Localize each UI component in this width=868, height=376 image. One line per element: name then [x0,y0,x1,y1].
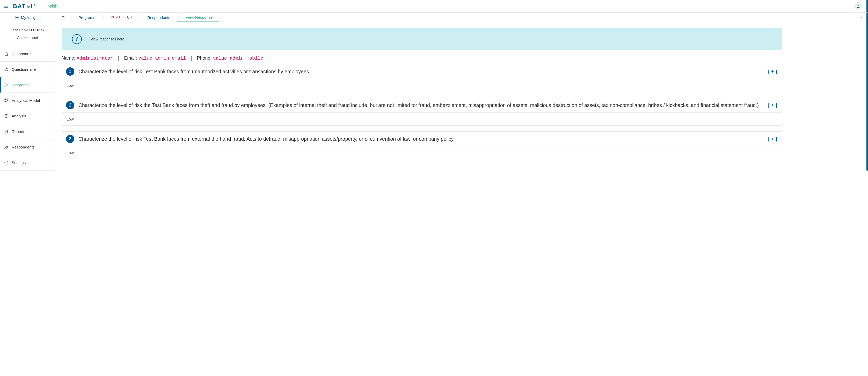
sidebar-item-questionnaire[interactable]: Questionnaire [0,62,55,77]
sidebar-item-label: Questionnaire [12,67,36,71]
users-icon [4,145,8,149]
meta-separator: | [118,55,119,61]
back-arrow-icon [15,16,19,20]
expand-toggle[interactable]: [ + ] [763,136,777,142]
brand-name-part1: BAT [13,3,26,9]
question-card: 2 Characterize the level of risk the Tes… [62,98,782,126]
question-text: Characterize the level of risk Test Bank… [79,135,759,143]
sidebar-item-label: Analytical Model [12,98,40,103]
breadcrumb-view-response[interactable]: View Response [177,13,219,22]
sidebar-item-label: Reports [12,129,25,134]
sidebar-item-reports[interactable]: Reports [0,124,55,139]
collapse-panel-button[interactable] [857,13,866,22]
main-content: i View responses here. Name: Administrat… [55,22,788,171]
brand-leaf-icon [27,4,30,8]
meta-separator: | [191,55,192,61]
brand[interactable]: BAT I ® Insight [13,3,59,9]
svg-rect-13 [7,101,8,102]
question-text: Characterize the level of risk Test Bank… [79,68,759,75]
question-answer: Low [62,113,782,125]
question-number: 2 [66,101,74,109]
question-header: 1 Characterize the level of risk Test Ba… [62,64,782,79]
svg-point-23 [5,146,6,147]
svg-rect-12 [5,101,6,102]
question-card: 1 Characterize the level of risk Test Ba… [62,64,782,92]
sidebar-item-label: Respondents [12,145,34,149]
info-banner: i View responses here. [62,28,782,50]
brand-divider [41,3,41,9]
home-icon [61,16,65,20]
svg-rect-10 [5,99,6,100]
sidebar-item-analysis[interactable]: Analysis [0,108,55,124]
sidebar-item-programs[interactable]: Programs [0,77,55,93]
svg-rect-11 [7,99,8,100]
question-number: 1 [66,67,74,76]
my-insights-link[interactable]: My Insights [15,15,41,20]
brand-product: Insight [46,4,59,8]
breadcrumb-home[interactable] [55,13,70,22]
question-card: 3 Characterize the level of risk Test Ba… [62,132,782,160]
breadcrumb-respondents-label: Respondents [147,15,170,20]
sidebar-item-label: Settings [12,161,26,165]
sidebar-item-label: Analysis [12,114,26,118]
breadcrumb-period-label: 2024 - Q3 [111,15,132,20]
svg-point-8 [6,70,6,70]
my-insights-label: My Insights [21,15,41,20]
gear-icon [4,161,8,165]
layout: Test Bank LLC Risk Assessment Dashboard … [0,22,788,171]
sidebar-title: Test Bank LLC Risk Assessment [0,22,55,46]
top-header: BAT I ® Insight [0,0,868,13]
chevron-left-icon [861,16,863,19]
sidebar-item-analytical-model[interactable]: Analytical Model [0,93,55,108]
breadcrumb-view-response-label: View Response [186,15,213,20]
sidebar: Test Bank LLC Risk Assessment Dashboard … [0,22,55,171]
sidebar-item-label: Programs [12,83,29,87]
nodes-icon [4,98,8,103]
phone-value: value_admin_mobile [213,56,263,61]
breadcrumb-period[interactable]: 2024 - Q3 [102,13,138,22]
brand-name-part2: I [31,3,33,9]
email-label: Email: [124,55,137,61]
user-avatar[interactable] [855,3,862,10]
svg-point-24 [6,146,7,147]
question-text: Characterize the level of risk the Test … [79,102,759,109]
home-icon [4,52,8,56]
breadcrumb-respondents[interactable]: Respondents [138,13,177,22]
breadcrumb: Programs 2024 - Q3 Respondents View Resp… [55,13,857,22]
send-icon [4,83,8,87]
secondary-bar: My Insights Programs 2024 - Q3 Responden… [0,13,868,22]
report-icon [4,129,8,134]
expand-toggle[interactable]: [ + ] [763,103,777,108]
menu-icon[interactable] [4,4,8,8]
scrollbar[interactable] [866,22,868,171]
svg-point-4 [858,5,859,6]
breadcrumb-programs[interactable]: Programs [70,13,102,22]
question-answer: Low [62,79,782,92]
top-header-left: BAT I ® Insight [4,3,59,9]
sidebar-item-settings[interactable]: Settings [0,155,55,171]
name-label: Name: [62,55,75,61]
sidebar-item-label: Dashboard [12,52,31,56]
breadcrumb-programs-label: Programs [79,15,95,20]
expand-toggle[interactable]: [ + ] [763,69,777,75]
question-answer: Low [62,146,782,159]
respondent-meta: Name: Administrator | Email: value_admin… [62,55,782,64]
question-header: 3 Characterize the level of risk Test Ba… [62,132,782,146]
phone-label: Phone: [197,55,212,61]
info-banner-text: View responses here. [91,37,125,41]
avatar-icon [856,4,860,8]
info-icon: i [72,34,82,44]
sidebar-item-dashboard[interactable]: Dashboard [0,46,55,62]
my-insights-cell: My Insights [0,13,55,22]
brand-logo: BAT I ® [13,3,36,9]
email-value: value_admin_email [138,56,186,61]
sidebar-item-respondents[interactable]: Respondents [0,139,55,155]
question-header: 2 Characterize the level of risk the Tes… [62,98,782,113]
svg-point-25 [6,162,7,163]
question-number: 3 [66,135,74,143]
pie-chart-icon [4,114,8,118]
name-value: Administrator [76,56,113,61]
brand-registered: ® [34,4,36,7]
help-circle-icon [4,67,8,71]
